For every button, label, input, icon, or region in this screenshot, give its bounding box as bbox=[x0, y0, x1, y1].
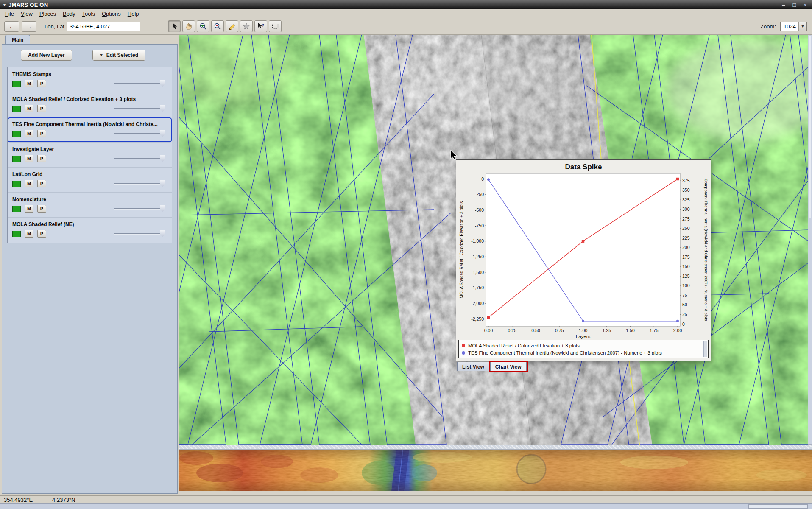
map-vertical-scrollbar[interactable] bbox=[808, 35, 812, 445]
layer-controls: MP bbox=[12, 205, 167, 213]
layer-p-button[interactable]: P bbox=[37, 130, 46, 137]
slider-thumb[interactable] bbox=[160, 155, 165, 162]
box-select-icon bbox=[271, 22, 279, 31]
status-longitude: 354.4932°E bbox=[4, 497, 33, 503]
stamp-icon bbox=[242, 22, 251, 31]
map-horizontal-scrollbar[interactable] bbox=[0, 503, 812, 509]
legend-label: TES Fine Component Thermal Inertia (Nowi… bbox=[468, 350, 662, 355]
stamp-tool-button[interactable] bbox=[240, 20, 253, 32]
layer-row[interactable]: MOLA Shaded Relief / Colorized Elevation… bbox=[8, 92, 172, 117]
layer-m-button[interactable]: M bbox=[25, 105, 33, 112]
layer-m-button[interactable]: M bbox=[25, 230, 33, 238]
layer-row[interactable]: NomenclatureMP bbox=[8, 193, 172, 218]
layer-opacity-slider[interactable] bbox=[114, 105, 165, 112]
menu-view[interactable]: View bbox=[17, 10, 36, 18]
menu-places[interactable]: Places bbox=[36, 10, 59, 18]
back-button[interactable]: ← bbox=[4, 21, 19, 32]
statusbar: 354.4932°E 4.2373°N bbox=[0, 495, 812, 503]
layer-m-button[interactable]: M bbox=[25, 80, 33, 87]
forward-button[interactable]: → bbox=[22, 21, 36, 32]
zoom-in-tool-button[interactable] bbox=[197, 20, 209, 32]
layer-p-button[interactable]: P bbox=[37, 105, 46, 112]
layer-opacity-slider[interactable] bbox=[114, 205, 165, 212]
layer-p-button[interactable]: P bbox=[37, 180, 46, 187]
menu-options[interactable]: Options bbox=[98, 10, 124, 18]
layer-row[interactable]: Investigate LayerMP bbox=[8, 143, 172, 168]
box-select-tool-button[interactable] bbox=[269, 20, 282, 32]
layer-name: THEMIS Stamps bbox=[12, 71, 167, 77]
svg-text:1.50: 1.50 bbox=[626, 328, 635, 333]
lonlat-input[interactable] bbox=[67, 22, 140, 31]
svg-text:250: 250 bbox=[682, 226, 690, 231]
layer-opacity-slider[interactable] bbox=[114, 155, 165, 162]
scrollbar-thumb[interactable] bbox=[809, 36, 811, 218]
layer-opacity-slider[interactable] bbox=[114, 130, 165, 137]
layer-m-button[interactable]: M bbox=[25, 130, 33, 137]
layer-opacity-slider[interactable] bbox=[114, 180, 165, 187]
zoom-out-tool-button[interactable] bbox=[211, 20, 224, 32]
maximize-icon[interactable]: □ bbox=[793, 2, 796, 8]
pan-icon bbox=[184, 22, 193, 31]
tab-chart-view[interactable]: Chart View bbox=[490, 362, 527, 371]
svg-text:-1,000: -1,000 bbox=[471, 238, 484, 243]
layer-p-button[interactable]: P bbox=[37, 205, 46, 213]
svg-text:75: 75 bbox=[682, 293, 687, 298]
add-new-layer-button[interactable]: Add New Layer bbox=[21, 50, 72, 61]
window-menu-icon[interactable]: ▾ bbox=[3, 3, 6, 7]
measure-tool-button[interactable] bbox=[226, 20, 238, 32]
layer-color-swatch[interactable] bbox=[12, 81, 21, 87]
investigate-tool-button[interactable]: ? bbox=[254, 20, 267, 32]
layer-controls: MP bbox=[12, 230, 167, 238]
layer-name: Nomenclature bbox=[12, 196, 167, 202]
close-icon[interactable]: × bbox=[804, 2, 807, 8]
layer-row[interactable]: Lat/Lon GridMP bbox=[8, 168, 172, 193]
layer-m-button[interactable]: M bbox=[25, 205, 33, 213]
menu-body[interactable]: Body bbox=[59, 10, 79, 18]
slider-thumb[interactable] bbox=[160, 205, 165, 212]
zoom-select[interactable]: 1024 ▼ bbox=[780, 22, 807, 31]
slider-thumb[interactable] bbox=[160, 230, 165, 237]
layer-m-button[interactable]: M bbox=[25, 155, 33, 162]
chart-legend: MOLA Shaded Relief / Colorized Elevation… bbox=[458, 340, 709, 358]
layer-manager-panel: Add New Layer ▼ Edit Selected THEMIS Sta… bbox=[2, 44, 178, 494]
layer-m-button[interactable]: M bbox=[25, 180, 33, 187]
layer-color-swatch[interactable] bbox=[12, 131, 21, 137]
legend-scrollbar[interactable] bbox=[703, 341, 707, 357]
slider-thumb[interactable] bbox=[160, 105, 165, 112]
layer-row[interactable]: THEMIS StampsMP bbox=[8, 67, 172, 92]
pan-tool-button[interactable] bbox=[182, 20, 195, 32]
slider-thumb[interactable] bbox=[160, 130, 165, 137]
svg-text:Component Thermal Inertia (Now: Component Thermal Inertia (Nowicki and C… bbox=[704, 179, 709, 321]
slider-thumb[interactable] bbox=[160, 180, 165, 187]
layer-name: Investigate Layer bbox=[12, 146, 167, 152]
panner-view[interactable] bbox=[179, 450, 812, 491]
menu-help[interactable]: Help bbox=[124, 10, 142, 18]
panner-splitter[interactable] bbox=[179, 445, 812, 450]
layer-opacity-slider[interactable] bbox=[114, 80, 165, 87]
slider-thumb[interactable] bbox=[160, 80, 165, 87]
layer-name: MOLA Shaded Relief (NE) bbox=[12, 221, 167, 227]
layer-color-swatch[interactable] bbox=[12, 106, 21, 112]
layer-row[interactable]: MOLA Shaded Relief (NE)MP bbox=[8, 218, 172, 243]
select-tool-button[interactable] bbox=[168, 20, 181, 32]
slider-track bbox=[114, 133, 165, 134]
minimize-icon[interactable]: – bbox=[782, 2, 785, 8]
layer-p-button[interactable]: P bbox=[37, 155, 46, 162]
edit-selected-button[interactable]: ▼ Edit Selected bbox=[92, 50, 145, 61]
layer-p-button[interactable]: P bbox=[37, 230, 46, 238]
scrollbar-thumb[interactable] bbox=[748, 504, 808, 509]
layer-color-swatch[interactable] bbox=[12, 156, 21, 162]
layer-color-swatch[interactable] bbox=[12, 206, 21, 212]
tab-list-view[interactable]: List View bbox=[457, 362, 489, 371]
tab-main[interactable]: Main bbox=[5, 35, 30, 44]
menu-file[interactable]: File bbox=[2, 10, 17, 18]
layer-color-swatch[interactable] bbox=[12, 231, 21, 237]
layer-row[interactable]: TES Fine Component Thermal Inertia (Nowi… bbox=[8, 117, 172, 143]
layer-color-swatch[interactable] bbox=[12, 181, 21, 187]
menu-tools[interactable]: Tools bbox=[79, 10, 98, 18]
chevron-down-icon[interactable]: ▼ bbox=[798, 22, 806, 31]
layer-opacity-slider[interactable] bbox=[114, 230, 165, 237]
edit-selected-label: Edit Selected bbox=[106, 52, 138, 58]
svg-text:325: 325 bbox=[682, 197, 690, 202]
layer-p-button[interactable]: P bbox=[37, 80, 46, 87]
